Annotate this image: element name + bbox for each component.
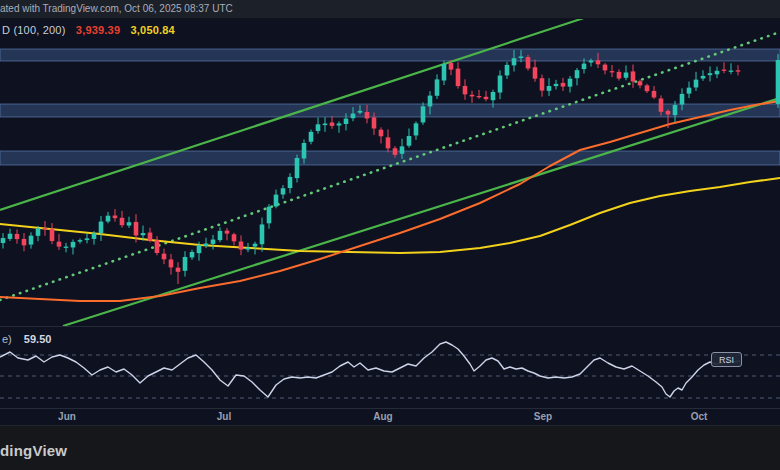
candle bbox=[155, 240, 160, 253]
candle bbox=[274, 195, 279, 207]
candle bbox=[78, 240, 83, 242]
candle bbox=[414, 123, 419, 135]
time-axis[interactable]: JunJulAugSepOct bbox=[0, 409, 780, 425]
candle bbox=[183, 257, 188, 271]
candle bbox=[302, 143, 307, 158]
tradingview-logo: dingView bbox=[0, 442, 67, 459]
rsi-pane bbox=[0, 342, 780, 398]
candle bbox=[484, 97, 489, 99]
candle bbox=[92, 233, 97, 239]
ma200-line bbox=[0, 178, 780, 253]
candle bbox=[162, 254, 167, 260]
candle bbox=[120, 218, 125, 225]
candle bbox=[680, 94, 685, 105]
candle bbox=[505, 65, 510, 76]
candle bbox=[330, 122, 335, 125]
ma100-value: 3,939.39 bbox=[76, 24, 120, 36]
ma100-line bbox=[0, 101, 780, 301]
rsi-legend: e) 59.50 bbox=[2, 333, 51, 345]
candle bbox=[666, 111, 671, 115]
candle bbox=[589, 60, 594, 62]
candle bbox=[246, 248, 251, 250]
candle bbox=[435, 79, 440, 95]
candle bbox=[776, 60, 780, 104]
candle bbox=[421, 106, 426, 122]
candle bbox=[533, 67, 538, 78]
candle bbox=[134, 222, 139, 236]
tradingview-chart-screenshot: ated with TradingView.com, Oct 06, 2025 … bbox=[0, 0, 780, 470]
candle bbox=[407, 136, 412, 146]
axis-month-label: Sep bbox=[534, 411, 552, 422]
candle bbox=[729, 71, 734, 72]
candle bbox=[519, 56, 524, 58]
candle bbox=[15, 234, 20, 239]
axis-month-label: Jun bbox=[58, 411, 76, 422]
candle bbox=[57, 242, 62, 247]
indicator-legend: D (100, 200) 3,939.39 3,050.84 bbox=[2, 24, 175, 36]
candle bbox=[316, 124, 321, 131]
candle bbox=[141, 233, 146, 235]
candle bbox=[190, 252, 195, 257]
candle bbox=[491, 92, 496, 100]
lower-channel-line bbox=[63, 98, 780, 326]
candle bbox=[624, 73, 629, 78]
candle bbox=[554, 84, 559, 86]
candle bbox=[323, 124, 328, 126]
candle bbox=[148, 233, 153, 241]
candle bbox=[267, 207, 272, 224]
candle bbox=[498, 76, 503, 93]
candle bbox=[71, 242, 76, 248]
candle bbox=[43, 228, 48, 229]
candle bbox=[512, 58, 517, 65]
dotted-trendline bbox=[0, 32, 780, 300]
candle bbox=[169, 259, 174, 267]
candle bbox=[344, 119, 349, 124]
candle bbox=[295, 158, 300, 178]
candle bbox=[540, 78, 545, 90]
candle bbox=[596, 60, 601, 64]
candle bbox=[428, 96, 433, 107]
candle bbox=[281, 188, 286, 194]
candle bbox=[225, 231, 230, 234]
attribution-bar: ated with TradingView.com, Oct 06, 2025 … bbox=[0, 0, 780, 19]
candle bbox=[29, 236, 34, 245]
candle bbox=[113, 216, 118, 219]
candle bbox=[358, 111, 363, 113]
candle bbox=[449, 63, 454, 70]
candle bbox=[582, 64, 587, 70]
candle bbox=[204, 244, 209, 246]
candle bbox=[526, 57, 531, 68]
candle bbox=[393, 148, 398, 155]
candle bbox=[631, 71, 636, 81]
candle bbox=[610, 71, 615, 72]
price-chart-canvas[interactable] bbox=[0, 0, 780, 470]
candle bbox=[617, 72, 622, 79]
ma200-value: 3,050.84 bbox=[131, 24, 175, 36]
candle bbox=[239, 242, 244, 250]
candle bbox=[687, 88, 692, 94]
axis-month-label: Jul bbox=[217, 411, 231, 422]
candle bbox=[351, 114, 356, 119]
rsi-badge-button[interactable]: RSI bbox=[711, 352, 742, 367]
footer-bar: dingView bbox=[0, 425, 780, 470]
candle bbox=[337, 123, 342, 125]
candle bbox=[736, 70, 741, 71]
candle bbox=[568, 79, 573, 87]
attribution-text: ated with TradingView.com, Oct 06, 2025 … bbox=[0, 3, 233, 14]
candle bbox=[176, 268, 181, 272]
candle bbox=[64, 247, 69, 248]
candle bbox=[463, 86, 468, 94]
candle bbox=[99, 222, 104, 233]
candle bbox=[260, 224, 265, 244]
candle bbox=[379, 130, 384, 137]
candle bbox=[22, 239, 27, 245]
candle bbox=[645, 85, 650, 91]
candle bbox=[36, 228, 41, 236]
candle bbox=[673, 105, 678, 115]
candle bbox=[715, 71, 720, 75]
candle bbox=[400, 146, 405, 153]
rsi-line bbox=[0, 342, 740, 397]
candle bbox=[477, 96, 482, 97]
candle bbox=[211, 240, 216, 244]
candle bbox=[8, 234, 13, 239]
